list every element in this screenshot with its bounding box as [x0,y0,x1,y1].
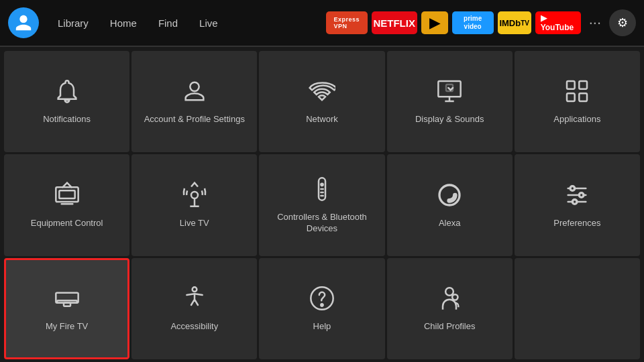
cell-label-help: Help [313,321,331,333]
cell-label-live-tv: Live TV [180,218,209,229]
cell-label-network: Network [306,114,338,125]
svg-rect-6 [580,94,588,102]
svg-point-20 [192,287,197,292]
svg-rect-4 [580,81,588,89]
grid-cell-controllers-bluetooth[interactable]: Controllers & Bluetooth Devices [259,154,384,255]
remote-icon [309,176,335,205]
nav-find[interactable]: Find [149,13,187,33]
svg-rect-3 [567,81,575,89]
top-nav: Library Home Find Live ExpressVPN NETFLI… [0,0,644,46]
cell-label-notifications: Notifications [43,114,91,125]
nav-home[interactable]: Home [101,13,146,33]
grid-cell-alexa[interactable]: Alexa [387,154,513,255]
cell-label-my-fire-tv: My Fire TV [46,321,88,333]
avatar[interactable] [8,7,39,38]
cell-label-accessibility: Accessibility [170,321,218,333]
grid-cell-applications[interactable]: Applications [515,51,640,152]
grid-cell-live-tv[interactable]: Live TV [131,154,257,255]
cell-label-child-profiles: Child Profiles [424,321,476,333]
svg-point-15 [580,192,584,197]
antenna-icon [181,182,208,211]
tv-icon [54,182,80,211]
svg-rect-8 [59,190,74,198]
person-icon [181,78,208,107]
svg-point-22 [321,304,323,306]
grid-cell-account-profile[interactable]: Account & Profile Settings [131,51,257,152]
wifi-icon [309,78,335,107]
nav-more[interactable]: ··· [585,14,605,32]
cell-label-controllers-bluetooth: Controllers & Bluetooth Devices [266,212,378,235]
alexa-icon [436,182,463,211]
cell-label-applications: Applications [553,114,600,125]
app-imdb[interactable]: IMDb TV [498,11,531,34]
cell-label-preferences: Preferences [553,218,600,229]
display-sound-icon [436,78,463,107]
grid-cell-equipment-control[interactable]: Equipment Control [4,154,129,255]
app-expressvpn[interactable]: ExpressVPN [326,11,368,34]
settings-grid: NotificationsAccount & Profile SettingsN… [0,47,644,362]
svg-point-11 [321,184,323,186]
nav-live[interactable]: Live [190,13,227,33]
nav-links: Library Home Find Live [48,13,227,33]
svg-point-23 [445,288,453,296]
grid-cell-help[interactable]: Help [259,258,384,359]
svg-point-9 [191,192,198,198]
accessibility-icon [181,285,208,314]
grid-cell-network[interactable]: Network [259,51,384,152]
child-icon [436,285,463,314]
svg-point-0 [190,82,199,91]
svg-point-14 [570,186,575,190]
help-icon [309,285,335,314]
app-netflix[interactable]: NETFLIX [372,11,417,34]
nav-library[interactable]: Library [48,13,98,33]
svg-point-13 [444,189,455,200]
cell-label-alexa: Alexa [439,218,461,229]
sliders-icon [564,182,590,211]
grid-cell-my-fire-tv[interactable]: My Fire TV [4,258,129,359]
grid-cell-preferences[interactable]: Preferences [515,154,640,255]
cell-label-equipment-control: Equipment Control [31,218,103,229]
svg-rect-5 [567,94,575,102]
app-prime[interactable]: primevideo [452,11,494,34]
cell-label-account-profile: Account & Profile Settings [144,114,245,125]
app-plex[interactable]: ▶ [421,11,448,34]
grid-cell-display-sounds[interactable]: Display & Sounds [387,51,513,152]
svg-point-24 [452,294,458,300]
apps-icon [564,78,590,107]
grid-cell-child-profiles[interactable]: Child Profiles [387,258,513,359]
nav-apps: ExpressVPN NETFLIX ▶ primevideo IMDb TV … [326,9,636,36]
grid-cell-empty[interactable] [515,258,640,359]
grid-cell-notifications[interactable]: Notifications [4,51,129,152]
app-youtube[interactable]: ▶ YouTube [535,11,581,34]
svg-point-16 [573,199,578,204]
bell-icon [54,78,80,107]
firetv-icon [54,285,80,314]
grid-cell-accessibility[interactable]: Accessibility [131,258,257,359]
settings-button[interactable]: ⚙ [609,9,636,36]
cell-label-display-sounds: Display & Sounds [415,114,484,125]
